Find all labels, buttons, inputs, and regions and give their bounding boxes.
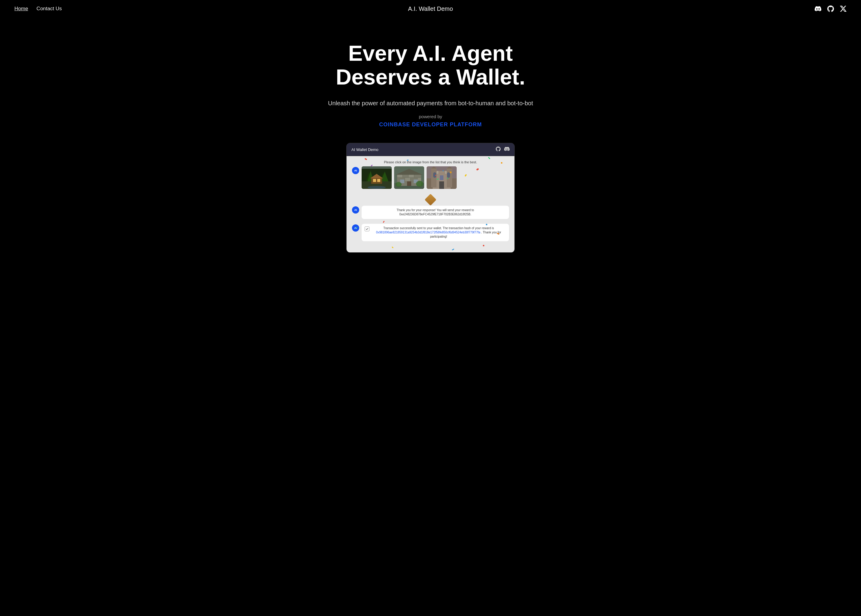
svg-rect-24 xyxy=(400,179,404,183)
chat-tx-bubble: Transaction successfully sent to your wa… xyxy=(361,224,509,241)
bottom-spacer xyxy=(350,244,511,247)
tx-label: Transaction successfully sent to your wa… xyxy=(383,226,494,230)
svg-rect-35 xyxy=(431,168,437,187)
svg-rect-37 xyxy=(447,168,452,187)
nav-title: A.I. Wallet Demo xyxy=(408,5,453,13)
hero-heading-line1: Every A.I. Agent xyxy=(348,41,513,65)
svg-rect-10 xyxy=(361,167,392,169)
hero-section: Every A.I. Agent Deserves a Wallet. Unle… xyxy=(0,17,861,265)
svg-point-44 xyxy=(443,170,444,171)
chat-prompt-text: Please click on the image from the list … xyxy=(350,160,511,164)
demo-github-icon xyxy=(496,146,501,152)
demo-discord-icon xyxy=(504,146,510,153)
nav-left: Home Contact Us xyxy=(14,6,62,12)
svg-rect-42 xyxy=(440,175,443,180)
hero-heading: Every A.I. Agent Deserves a Wallet. xyxy=(336,41,525,89)
navigation: Home Contact Us A.I. Wallet Demo xyxy=(0,0,861,17)
svg-point-46 xyxy=(450,171,452,173)
discord-icon[interactable] xyxy=(815,5,821,12)
chat-row-images: AI xyxy=(350,167,511,191)
confetti xyxy=(452,249,454,251)
svg-rect-40 xyxy=(447,172,450,178)
chat-response-text: Thank you for your response! You will se… xyxy=(396,209,474,216)
chat-row-tx: AI Transaction successfully sent to your… xyxy=(350,224,511,241)
confetti xyxy=(488,157,490,159)
github-icon[interactable] xyxy=(827,5,834,12)
image-option-3[interactable] xyxy=(427,167,457,189)
tx-text: Transaction successfully sent to your wa… xyxy=(371,226,506,239)
demo-titlebar-icons xyxy=(496,146,510,153)
svg-rect-9 xyxy=(377,179,380,182)
svg-point-43 xyxy=(435,175,436,176)
image-option-2[interactable] xyxy=(394,167,424,189)
demo-chat-area: Please click on the image from the list … xyxy=(347,156,514,252)
nav-home-link[interactable]: Home xyxy=(14,6,28,12)
svg-point-27 xyxy=(396,182,402,187)
demo-titlebar: AI Wallet Demo xyxy=(347,143,514,156)
svg-point-11 xyxy=(368,186,386,189)
nav-icons xyxy=(815,5,847,12)
demo-container: AI Wallet Demo xyxy=(6,143,855,253)
nav-contact-link[interactable]: Contact Us xyxy=(36,6,62,12)
tx-hash-link[interactable]: 0x981896ae821859131a9254b3d1f818e172f58f… xyxy=(376,231,480,234)
svg-point-28 xyxy=(416,181,423,187)
demo-window-title: AI Wallet Demo xyxy=(351,148,379,152)
chat-row-response: AI Thank you for your response! You will… xyxy=(350,206,511,219)
svg-rect-6 xyxy=(371,178,382,184)
hero-heading-line2: Deserves a Wallet. xyxy=(336,65,525,89)
svg-rect-20 xyxy=(405,178,410,181)
hero-subheading: Unleash the power of automated payments … xyxy=(328,100,533,107)
twitter-icon[interactable] xyxy=(840,5,847,12)
demo-window: AI Wallet Demo xyxy=(346,143,515,253)
svg-rect-8 xyxy=(373,179,376,182)
chat-response-bubble: Thank you for your response! You will se… xyxy=(361,206,509,219)
coinbase-link[interactable]: COINBASE DEVELOPER PLATFORM xyxy=(379,121,482,128)
check-icon xyxy=(365,226,369,231)
svg-point-45 xyxy=(447,178,448,179)
confetti xyxy=(365,158,367,160)
ai-avatar-2: AI xyxy=(352,206,359,214)
powered-by-label: powered by xyxy=(419,114,442,119)
image-option-1[interactable] xyxy=(361,167,392,189)
diamond-icon xyxy=(424,194,437,206)
svg-rect-41 xyxy=(439,181,444,189)
ai-avatar-1: AI xyxy=(352,167,359,174)
diamond-decoration xyxy=(350,194,511,206)
svg-rect-26 xyxy=(407,181,411,186)
image-selection-row xyxy=(361,167,457,189)
